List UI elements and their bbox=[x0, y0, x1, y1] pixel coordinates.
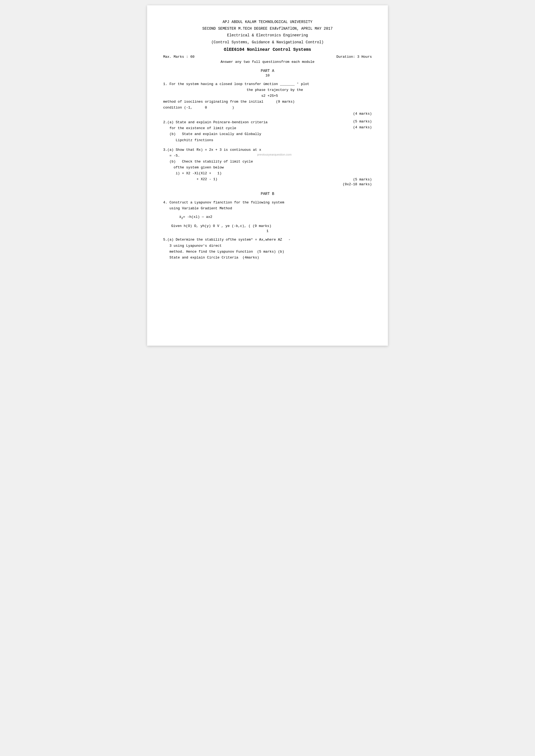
exam-paper: APJ ABDUL KALAM TECHNOLOGICAL UNIVERSITY… bbox=[147, 5, 388, 346]
max-marks: Max. Marks : 60 bbox=[163, 55, 194, 59]
duration: Duration: 3 Hours bbox=[336, 55, 372, 59]
q4-eq3: 1 bbox=[163, 229, 372, 233]
question-4: 4. Construct a Lyapunov fianction for th… bbox=[163, 200, 372, 233]
q1-text: 1. For the system having a closed loop t… bbox=[163, 81, 372, 111]
question-2: 2.(a) State and explain Poincare-bendixo… bbox=[163, 120, 372, 143]
marks-duration-row: Max. Marks : 60 Duration: 3 Hours bbox=[163, 55, 372, 59]
q3b-marks: (5 marks) bbox=[353, 177, 372, 181]
department: Electrical & Electronics Engineering bbox=[163, 32, 372, 39]
q4-eq2-row: Given h(O) O, yh(y) 0 V , ye (-b,c), ( (… bbox=[171, 223, 372, 229]
specialization: (Control Systems, Guidance & Navigationa… bbox=[163, 39, 372, 46]
q2a-text: 2.(a) State and explain Poincare-bendixo… bbox=[163, 120, 268, 125]
q3b-eq: + X22 - 1) bbox=[163, 176, 217, 182]
q2a-marks2: (4 marks) bbox=[351, 125, 372, 129]
part-a-marks: 10 bbox=[163, 73, 372, 77]
q4-eq1: ẋ2= -h(xl) — ax2 bbox=[179, 214, 372, 221]
q5a-text: 5.(a) Determine the stability ofthe syst… bbox=[163, 237, 372, 249]
q2a-cont: for the existence of limit cycle bbox=[163, 125, 236, 131]
q5a-cont: method. Hence find the Lyapunov Function… bbox=[163, 249, 372, 255]
q5b-text: State and explain Circle Criteria (4mark… bbox=[163, 255, 372, 261]
q4-eq2-text: Given h(O) O, yh(y) 0 V , ye (-b,c), ( (… bbox=[171, 223, 271, 229]
course-title: OlEE6104 Nonlinear Control Systems bbox=[163, 47, 372, 52]
header: APJ ABDUL KALAM TECHNOLOGICAL UNIVERSITY… bbox=[163, 19, 372, 52]
instruction: Answer any two full questionsfrom each m… bbox=[163, 60, 372, 64]
question-5: 5.(a) Determine the stability ofthe syst… bbox=[163, 237, 372, 260]
question-3: 3.(a) Show that Rx) = 2x + 3 is continuo… bbox=[163, 147, 372, 187]
question-1: 1. For the system having a closed loop t… bbox=[163, 81, 372, 116]
q1-marks: (4 marks) bbox=[163, 112, 372, 116]
part-b-heading: PART B bbox=[163, 192, 372, 196]
exam-info: SECOND SEMESTER M.TECH DEGREE EXÆvflNATl… bbox=[163, 25, 372, 32]
university-name: APJ ABDUL KALAM TECHNOLOGICAL UNIVERSITY bbox=[163, 19, 372, 25]
q4-text: 4. Construct a Lyapunov fianction for th… bbox=[163, 200, 372, 211]
q3b-text: (b) Check the stability of limit cycle o… bbox=[163, 159, 372, 176]
q3a-text: 3.(a) Show that Rx) = 2x + 3 is continuo… bbox=[163, 147, 372, 159]
q2a-marks: (5 marks) bbox=[351, 120, 372, 123]
q4-eq1-text: ẋ2= -h(xl) — ax2 bbox=[179, 215, 212, 219]
q3-total: (9x2-18 marks) bbox=[163, 182, 372, 186]
q2b-text: (b) State and explain Locally and Global… bbox=[163, 131, 372, 143]
part-a-heading: PART A bbox=[163, 69, 372, 73]
